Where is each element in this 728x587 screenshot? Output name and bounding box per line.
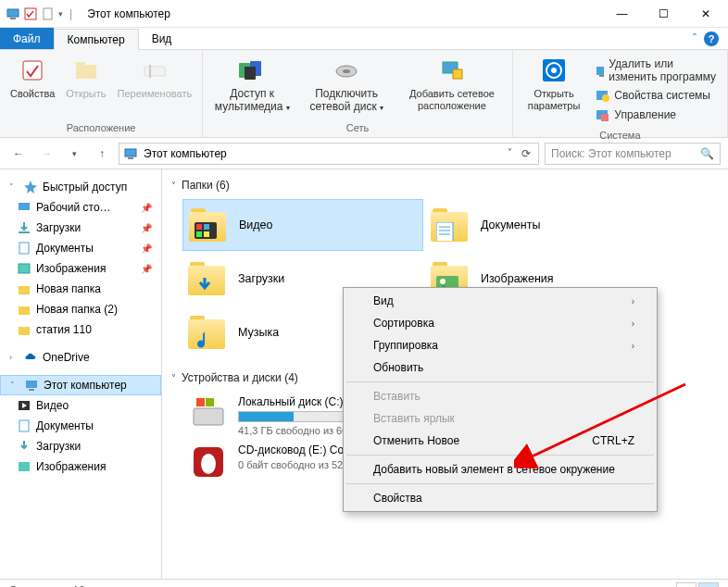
folders-section-header[interactable]: ˅ Папки (6) <box>171 175 719 199</box>
view-icons-button[interactable] <box>698 582 719 588</box>
tab-file[interactable]: Файл <box>0 28 54 49</box>
collapse-ribbon-icon[interactable]: ˆ <box>693 32 697 45</box>
ribbon-group-label: Расположение <box>0 120 202 137</box>
tab-view[interactable]: Вид <box>139 28 185 49</box>
svg-point-57 <box>201 454 216 474</box>
status-item-count: Элементов: 10 <box>9 584 85 588</box>
computer-icon <box>6 6 20 21</box>
pin-icon: 📌 <box>141 244 152 254</box>
downloads-icon <box>17 439 31 454</box>
svg-rect-26 <box>128 157 133 159</box>
videos-icon <box>195 222 217 241</box>
sidebar-item-downloads[interactable]: Загрузки📌 <box>0 218 161 238</box>
view-details-button[interactable] <box>676 582 697 588</box>
nav-back-button[interactable]: ← <box>7 143 30 165</box>
map-drive-button[interactable]: Подключить сетевой диск ▾ <box>297 54 395 116</box>
svg-rect-32 <box>19 306 30 315</box>
close-button[interactable]: ✕ <box>684 0 726 27</box>
sidebar-item-pictures[interactable]: Изображения📌 <box>0 258 161 279</box>
sidebar-item-videos[interactable]: Видео <box>0 395 161 416</box>
search-input[interactable]: Поиск: Этот компьютер 🔍 <box>545 143 721 165</box>
sidebar-item-desktop[interactable]: Рабочий сто…📌 <box>0 197 161 218</box>
minimize-button[interactable]: — <box>601 0 643 27</box>
chevron-right-icon[interactable]: › <box>9 353 19 362</box>
cm-add-network-location[interactable]: Добавить новый элемент в сетевое окружен… <box>345 458 655 481</box>
svg-rect-27 <box>19 203 30 210</box>
svg-rect-0 <box>7 9 19 17</box>
cm-refresh[interactable]: Обновить <box>345 356 655 379</box>
window-title: Этот компьютер <box>87 7 170 20</box>
nav-bar: ← → ▾ ↑ Этот компьютер ˅ ⟳ Поиск: Этот к… <box>0 138 728 169</box>
svg-rect-35 <box>29 389 34 391</box>
maximize-button[interactable]: ☐ <box>643 0 684 27</box>
uninstall-button[interactable]: Удалить или изменить программу <box>591 56 722 85</box>
help-icon[interactable]: ? <box>704 31 719 46</box>
svg-rect-20 <box>599 75 604 77</box>
sidebar-item-documents[interactable]: Документы📌 <box>0 238 161 258</box>
sidebar-item-statiya[interactable]: статия 110 <box>0 319 161 340</box>
manage-button[interactable]: Управление <box>591 106 722 124</box>
folder-icon <box>17 322 31 337</box>
media-access-button[interactable]: Доступ к мультимедиа ▾ <box>208 54 295 116</box>
sidebar-item-newfolder2[interactable]: Новая папка (2) <box>0 299 161 319</box>
qat-dropdown-icon[interactable]: ▾ <box>58 9 63 19</box>
sidebar-this-pc[interactable]: ˅Этот компьютер <box>0 375 161 395</box>
nav-up-button[interactable]: ↑ <box>91 143 113 165</box>
context-menu: Вид› Сортировка› Группировка› Обновить В… <box>343 287 658 512</box>
open-button[interactable]: Открыть <box>61 54 110 102</box>
downloads-icon <box>194 276 216 294</box>
cm-paste: Вставить <box>345 385 655 407</box>
pin-icon: 📌 <box>141 223 152 233</box>
music-icon <box>194 330 216 348</box>
address-text: Этот компьютер <box>144 147 227 160</box>
sidebar-quick-access[interactable]: ˅ Быстрый доступ <box>0 177 161 197</box>
computer-icon <box>24 378 39 393</box>
status-bar: Элементов: 10 <box>0 579 728 587</box>
svg-point-22 <box>602 94 609 102</box>
svg-rect-5 <box>76 65 96 79</box>
address-bar[interactable]: Этот компьютер ˅ ⟳ <box>119 143 539 165</box>
pin-icon: 📌 <box>141 203 152 213</box>
sidebar-item-pictures2[interactable]: Изображения <box>0 456 161 477</box>
system-properties-button[interactable]: Свойства системы <box>591 86 722 105</box>
folder-videos[interactable]: Видео <box>182 199 423 251</box>
sidebar-item-newfolder[interactable]: Новая папка <box>0 279 161 299</box>
chevron-right-icon: › <box>632 296 634 306</box>
address-dropdown-icon[interactable]: ˅ <box>504 147 516 160</box>
search-placeholder: Поиск: Этот компьютер <box>551 147 696 160</box>
sidebar-item-documents2[interactable]: Документы <box>0 416 161 436</box>
folder-documents[interactable]: Документы <box>425 199 666 251</box>
qat-props-icon[interactable] <box>23 6 38 21</box>
svg-rect-8 <box>149 65 151 78</box>
qat-new-icon[interactable] <box>41 6 56 21</box>
cm-paste-shortcut: Вставить ярлык <box>345 407 655 430</box>
open-settings-button[interactable]: Открыть параметры <box>519 54 590 113</box>
menu-separator <box>346 483 654 484</box>
chevron-down-icon[interactable]: ˅ <box>171 181 176 191</box>
sidebar-onedrive[interactable]: ›OneDrive <box>0 347 161 368</box>
cm-properties[interactable]: Свойства <box>345 487 655 509</box>
add-network-location-button[interactable]: Добавить сетевое расположение <box>397 54 507 113</box>
nav-forward-button[interactable]: → <box>35 143 57 165</box>
chevron-down-icon[interactable]: ˅ <box>171 373 176 383</box>
cm-sort[interactable]: Сортировка› <box>345 312 655 334</box>
chevron-down-icon[interactable]: ˅ <box>10 381 19 390</box>
tab-computer[interactable]: Компьютер <box>54 29 139 50</box>
documents-icon <box>17 418 31 433</box>
svg-point-49 <box>440 279 446 284</box>
cm-group[interactable]: Группировка› <box>345 334 655 356</box>
nav-recent-button[interactable]: ▾ <box>63 143 85 165</box>
pictures-icon <box>17 459 31 474</box>
svg-rect-24 <box>601 114 609 121</box>
cm-view[interactable]: Вид› <box>345 290 655 312</box>
svg-rect-44 <box>436 222 453 241</box>
desktop-icon <box>17 200 31 215</box>
refresh-icon[interactable]: ⟳ <box>518 147 534 160</box>
svg-rect-28 <box>19 231 30 233</box>
chevron-down-icon[interactable]: ˅ <box>9 182 19 192</box>
properties-button[interactable]: Свойства <box>6 54 59 102</box>
svg-rect-1 <box>10 18 16 19</box>
cm-undo[interactable]: Отменить НовоеCTRL+Z <box>345 430 655 452</box>
rename-button[interactable]: Переименовать <box>113 54 197 102</box>
sidebar-item-downloads2[interactable]: Загрузки <box>0 436 161 456</box>
